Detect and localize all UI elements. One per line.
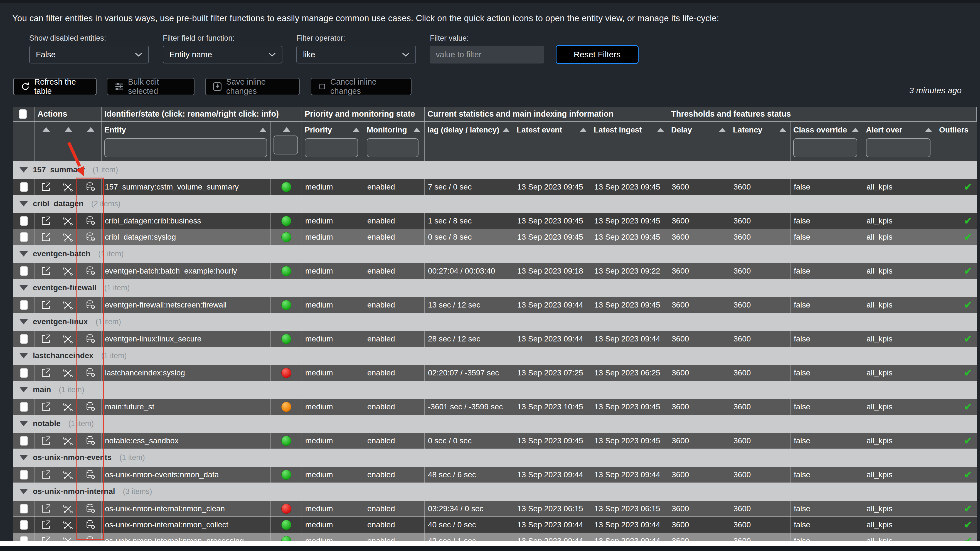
- manage-entity-icon[interactable]: [62, 231, 74, 243]
- row-checkbox[interactable]: [20, 504, 28, 513]
- entity-state-cell[interactable]: [271, 297, 302, 313]
- row-action-open-entity[interactable]: [35, 501, 57, 516]
- header-sort-open[interactable]: [35, 122, 57, 161]
- filter-value-input[interactable]: [430, 46, 544, 64]
- manage-entity-icon[interactable]: [62, 299, 74, 311]
- sort-arrow-icon[interactable]: [779, 128, 786, 132]
- entity-state-cell[interactable]: [271, 501, 302, 516]
- open-entity-icon[interactable]: [40, 215, 52, 227]
- row-action-manage-entity[interactable]: [57, 331, 79, 347]
- manage-entity-icon[interactable]: [62, 519, 74, 531]
- row-action-open-entity[interactable]: [35, 263, 57, 279]
- header-state[interactable]: [271, 122, 302, 161]
- entity-state-cell[interactable]: [271, 433, 302, 449]
- manage-entity-icon[interactable]: [62, 535, 74, 541]
- sort-arrow-icon[interactable]: [43, 127, 50, 132]
- row-action-open-entity[interactable]: [35, 331, 57, 347]
- sort-arrow-icon[interactable]: [852, 128, 859, 132]
- manage-entity-icon[interactable]: [62, 181, 74, 193]
- row-action-data-sampling[interactable]: [79, 501, 102, 516]
- entity-state-cell[interactable]: [271, 179, 302, 195]
- row-checkbox[interactable]: [20, 266, 28, 276]
- sort-arrow-icon[interactable]: [925, 128, 932, 132]
- sort-arrow-icon[interactable]: [353, 128, 360, 132]
- select-all-checkbox[interactable]: [19, 109, 27, 119]
- row-checkbox[interactable]: [20, 368, 28, 377]
- row-action-manage-entity[interactable]: [57, 399, 79, 415]
- entity-state-cell[interactable]: [271, 213, 302, 229]
- row-action-manage-entity[interactable]: [57, 229, 79, 245]
- row-action-open-entity[interactable]: [35, 297, 57, 313]
- entity-state-cell[interactable]: [271, 399, 302, 415]
- manage-entity-icon[interactable]: [62, 435, 74, 447]
- data-sampling-icon[interactable]: [84, 265, 97, 277]
- group-collapse-icon[interactable]: [19, 455, 28, 460]
- entity-state-cell[interactable]: [271, 365, 302, 381]
- data-sampling-icon[interactable]: [84, 535, 97, 541]
- row-action-open-entity[interactable]: [35, 365, 57, 381]
- group-collapse-icon[interactable]: [19, 353, 28, 358]
- header-sort-manage[interactable]: [57, 122, 79, 161]
- open-entity-icon[interactable]: [40, 333, 52, 345]
- sort-arrow-icon[interactable]: [65, 127, 72, 132]
- data-sampling-icon[interactable]: [84, 503, 97, 515]
- group-collapse-icon[interactable]: [19, 489, 28, 494]
- group-collapse-icon[interactable]: [19, 167, 28, 172]
- group-collapse-icon[interactable]: [19, 387, 28, 392]
- row-action-manage-entity[interactable]: [57, 179, 79, 195]
- open-entity-icon[interactable]: [40, 181, 52, 193]
- sort-arrow-icon[interactable]: [719, 128, 726, 132]
- manage-entity-icon[interactable]: [62, 333, 74, 345]
- open-entity-icon[interactable]: [40, 367, 52, 379]
- sort-arrow-icon[interactable]: [580, 128, 587, 132]
- group-row[interactable]: eventgen-linux(1 item): [13, 313, 977, 331]
- row-checkbox[interactable]: [20, 470, 28, 479]
- class-override-column-filter-input[interactable]: [793, 138, 857, 157]
- row-checkbox[interactable]: [20, 233, 28, 242]
- save-inline-changes-button[interactable]: Save inline changes: [205, 78, 300, 95]
- group-row[interactable]: os-unix-nmon-events(1 item): [13, 449, 977, 467]
- open-entity-icon[interactable]: [40, 265, 52, 277]
- group-row[interactable]: eventgen-firewall(1 item): [13, 279, 977, 297]
- group-row[interactable]: main(1 item): [13, 381, 977, 398]
- manage-entity-icon[interactable]: [62, 503, 74, 515]
- group-row[interactable]: notable(1 item): [13, 415, 977, 432]
- group-collapse-icon[interactable]: [19, 201, 28, 207]
- entity-column-filter-input[interactable]: [104, 138, 267, 157]
- row-action-manage-entity[interactable]: [57, 501, 79, 516]
- manage-entity-icon[interactable]: [62, 469, 74, 481]
- group-row[interactable]: os-unix-nmon-internal(3 items): [13, 483, 977, 500]
- sort-arrow-icon[interactable]: [657, 128, 664, 132]
- sort-arrow-icon[interactable]: [503, 128, 510, 132]
- row-action-data-sampling[interactable]: [79, 533, 102, 541]
- sort-arrow-icon[interactable]: [87, 127, 94, 132]
- group-collapse-icon[interactable]: [19, 251, 28, 256]
- open-entity-icon[interactable]: [40, 299, 52, 311]
- sort-arrow-icon[interactable]: [283, 127, 290, 132]
- data-sampling-icon[interactable]: [84, 519, 97, 531]
- row-action-manage-entity[interactable]: [57, 467, 79, 483]
- open-entity-icon[interactable]: [40, 469, 52, 481]
- group-row[interactable]: 157_summary(1 item): [13, 161, 977, 179]
- group-collapse-icon[interactable]: [19, 285, 28, 290]
- entity-state-cell[interactable]: [271, 533, 302, 541]
- cancel-inline-changes-button[interactable]: Cancel inline changes: [311, 78, 412, 95]
- data-sampling-icon[interactable]: [84, 401, 97, 413]
- row-action-data-sampling[interactable]: [79, 399, 102, 415]
- row-action-open-entity[interactable]: [35, 213, 57, 229]
- show-disabled-select[interactable]: False: [29, 46, 149, 64]
- row-action-manage-entity[interactable]: [57, 533, 79, 541]
- entity-state-cell[interactable]: [271, 263, 302, 279]
- reset-filters-button[interactable]: Reset Filters: [556, 45, 639, 64]
- row-action-open-entity[interactable]: [35, 517, 57, 533]
- row-checkbox[interactable]: [20, 436, 28, 446]
- row-action-open-entity[interactable]: [35, 179, 57, 195]
- data-sampling-icon[interactable]: [84, 231, 97, 243]
- group-row[interactable]: lastchanceindex(1 item): [13, 347, 977, 365]
- row-action-data-sampling[interactable]: [79, 229, 102, 245]
- entity-state-cell[interactable]: [271, 517, 302, 533]
- row-checkbox[interactable]: [20, 520, 28, 530]
- entity-state-cell[interactable]: [271, 331, 302, 347]
- open-entity-icon[interactable]: [40, 503, 52, 515]
- open-entity-icon[interactable]: [40, 401, 52, 413]
